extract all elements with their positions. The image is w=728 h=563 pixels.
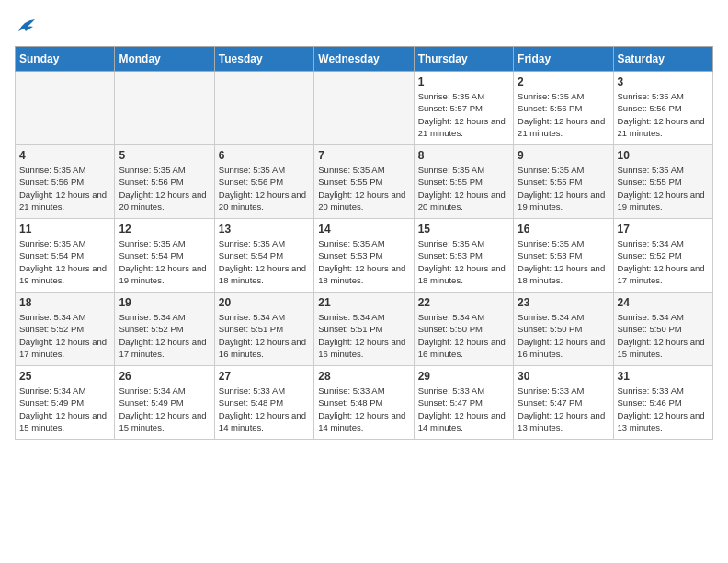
sunrise-label: Sunrise: <box>518 312 552 322</box>
cell-info: Sunrise: 5:35 AM Sunset: 5:55 PM Dayligh… <box>318 164 409 213</box>
calendar-cell <box>214 72 313 145</box>
sunrise-time: 5:35 AM <box>452 165 484 175</box>
calendar-cell: 5 Sunrise: 5:35 AM Sunset: 5:56 PM Dayli… <box>115 145 214 219</box>
daylight-label: Daylight: <box>219 263 256 273</box>
daylight-label: Daylight: <box>518 410 554 420</box>
sunrise-label: Sunrise: <box>418 385 453 396</box>
sunrise-label: Sunrise: <box>618 91 653 101</box>
day-number: 10 <box>618 149 709 162</box>
sunrise-time: 5:34 AM <box>353 312 385 322</box>
sunrise-label: Sunrise: <box>119 238 154 248</box>
sunrise-label: Sunrise: <box>19 165 54 175</box>
daylight-label: Daylight: <box>119 263 155 273</box>
calendar-cell: 20 Sunrise: 5:34 AM Sunset: 5:51 PM Dayl… <box>214 293 313 366</box>
sunrise-label: Sunrise: <box>418 238 453 248</box>
sunrise-time: 5:35 AM <box>652 165 684 175</box>
sunset-time: 5:53 PM <box>450 250 483 260</box>
calendar-cell <box>115 72 214 145</box>
sunset-label: Sunset: <box>518 103 550 113</box>
week-row-2: 4 Sunrise: 5:35 AM Sunset: 5:56 PM Dayli… <box>16 145 713 219</box>
col-header-tuesday: Tuesday <box>214 47 313 72</box>
sunrise-time: 5:35 AM <box>353 165 385 175</box>
daylight-label: Daylight: <box>518 116 554 126</box>
daylight-label: Daylight: <box>318 263 355 273</box>
calendar-cell: 8 Sunrise: 5:35 AM Sunset: 5:55 PM Dayli… <box>414 145 513 219</box>
calendar-cell: 13 Sunrise: 5:35 AM Sunset: 5:54 PM Dayl… <box>214 219 313 293</box>
sunrise-label: Sunrise: <box>418 91 453 101</box>
sunset-time: 5:50 PM <box>649 324 681 334</box>
sunrise-time: 5:35 AM <box>154 238 186 248</box>
sunset-time: 5:56 PM <box>51 177 84 187</box>
daylight-label: Daylight: <box>219 190 256 200</box>
sunset-label: Sunset: <box>19 397 51 408</box>
daylight-label: Daylight: <box>19 337 56 347</box>
cell-info: Sunrise: 5:33 AM Sunset: 5:48 PM Dayligh… <box>318 385 409 433</box>
sunrise-time: 5:35 AM <box>552 91 585 101</box>
sunset-label: Sunset: <box>518 397 550 408</box>
daylight-label: Daylight: <box>518 190 554 200</box>
calendar-cell: 22 Sunrise: 5:34 AM Sunset: 5:50 PM Dayl… <box>414 293 513 366</box>
col-header-monday: Monday <box>115 47 214 72</box>
sunrise-label: Sunrise: <box>318 312 353 322</box>
daylight-label: Daylight: <box>618 116 654 126</box>
cell-info: Sunrise: 5:35 AM Sunset: 5:53 PM Dayligh… <box>418 237 509 286</box>
daylight-label: Daylight: <box>219 410 256 420</box>
cell-info: Sunrise: 5:34 AM Sunset: 5:49 PM Dayligh… <box>119 385 210 433</box>
sunset-time: 5:50 PM <box>450 324 483 334</box>
sunset-label: Sunset: <box>219 250 251 260</box>
daylight-label: Daylight: <box>418 410 455 420</box>
calendar-cell: 11 Sunrise: 5:35 AM Sunset: 5:54 PM Dayl… <box>16 219 115 293</box>
day-number: 25 <box>19 370 110 383</box>
sunset-label: Sunset: <box>518 324 550 334</box>
daylight-label: Daylight: <box>518 263 554 273</box>
day-number: 20 <box>219 296 310 309</box>
col-header-friday: Friday <box>514 47 613 72</box>
calendar-cell: 14 Sunrise: 5:35 AM Sunset: 5:53 PM Dayl… <box>314 219 414 293</box>
calendar-cell: 21 Sunrise: 5:34 AM Sunset: 5:51 PM Dayl… <box>314 293 414 366</box>
cell-info: Sunrise: 5:35 AM Sunset: 5:56 PM Dayligh… <box>518 90 609 139</box>
sunrise-label: Sunrise: <box>518 165 552 175</box>
sunset-label: Sunset: <box>318 324 350 334</box>
daylight-label: Daylight: <box>318 190 355 200</box>
sunset-time: 5:56 PM <box>649 103 681 113</box>
calendar-cell: 23 Sunrise: 5:34 AM Sunset: 5:50 PM Dayl… <box>514 293 613 366</box>
sunset-label: Sunset: <box>219 324 251 334</box>
cell-info: Sunrise: 5:35 AM Sunset: 5:55 PM Dayligh… <box>418 164 509 213</box>
sunset-time: 5:55 PM <box>450 177 483 187</box>
sunset-time: 5:49 PM <box>151 397 183 408</box>
sunset-label: Sunset: <box>618 103 650 113</box>
logo-general <box>15 15 37 35</box>
daylight-label: Daylight: <box>119 190 155 200</box>
sunset-time: 5:52 PM <box>51 324 84 334</box>
day-number: 9 <box>518 149 609 162</box>
sunrise-time: 5:34 AM <box>652 238 684 248</box>
calendar-cell: 27 Sunrise: 5:33 AM Sunset: 5:48 PM Dayl… <box>214 366 313 440</box>
daylight-label: Daylight: <box>19 263 56 273</box>
day-number: 8 <box>418 149 509 162</box>
day-number: 13 <box>219 223 310 236</box>
week-row-5: 25 Sunrise: 5:34 AM Sunset: 5:49 PM Dayl… <box>16 366 713 440</box>
daylight-label: Daylight: <box>418 190 455 200</box>
calendar-cell: 28 Sunrise: 5:33 AM Sunset: 5:48 PM Dayl… <box>314 366 414 440</box>
sunset-time: 5:57 PM <box>450 103 483 113</box>
day-number: 23 <box>518 296 609 309</box>
cell-info: Sunrise: 5:35 AM Sunset: 5:56 PM Dayligh… <box>219 164 310 213</box>
calendar-cell: 30 Sunrise: 5:33 AM Sunset: 5:47 PM Dayl… <box>514 366 613 440</box>
cell-info: Sunrise: 5:35 AM Sunset: 5:56 PM Dayligh… <box>119 164 210 213</box>
calendar-cell: 26 Sunrise: 5:34 AM Sunset: 5:49 PM Dayl… <box>115 366 214 440</box>
daylight-label: Daylight: <box>618 190 654 200</box>
day-number: 7 <box>318 149 409 162</box>
cell-info: Sunrise: 5:34 AM Sunset: 5:50 PM Dayligh… <box>618 311 709 360</box>
sunrise-label: Sunrise: <box>618 312 653 322</box>
cell-info: Sunrise: 5:33 AM Sunset: 5:47 PM Dayligh… <box>518 385 609 433</box>
sunrise-time: 5:34 AM <box>652 312 684 322</box>
calendar-cell: 16 Sunrise: 5:35 AM Sunset: 5:53 PM Dayl… <box>514 219 613 293</box>
sunset-label: Sunset: <box>119 324 151 334</box>
calendar-cell: 24 Sunrise: 5:34 AM Sunset: 5:50 PM Dayl… <box>613 293 712 366</box>
sunset-label: Sunset: <box>618 397 650 408</box>
cell-info: Sunrise: 5:34 AM Sunset: 5:52 PM Dayligh… <box>19 311 110 360</box>
sunrise-label: Sunrise: <box>618 165 653 175</box>
sunset-time: 5:55 PM <box>550 177 582 187</box>
sunset-time: 5:55 PM <box>649 177 681 187</box>
sunrise-label: Sunrise: <box>219 312 254 322</box>
